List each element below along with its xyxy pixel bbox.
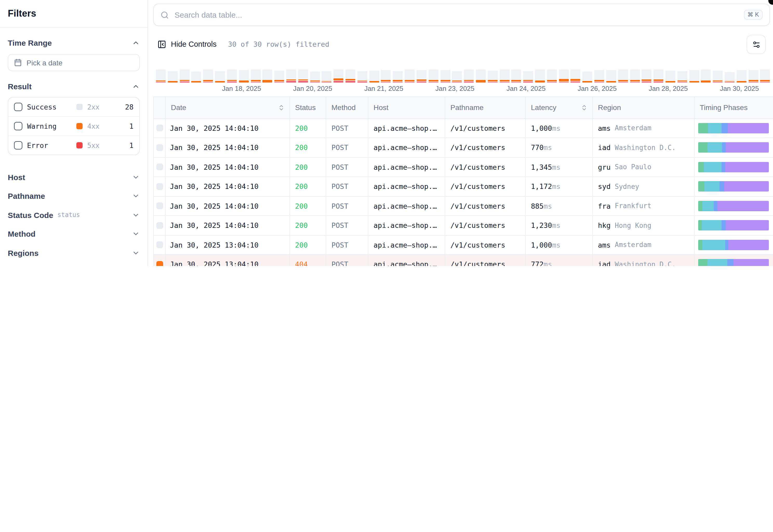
cell-pathname: /v1/customers <box>445 235 526 254</box>
histogram-bar <box>594 70 604 83</box>
table-row[interactable]: Jan 30, 2025 14:04:10 200 POST api.acme–… <box>154 177 773 196</box>
result-header[interactable]: Result <box>8 82 140 91</box>
section-field-id: status <box>57 212 80 219</box>
search-icon <box>160 11 169 19</box>
histogram-bar <box>725 70 735 83</box>
timing-phases-bar <box>698 181 769 192</box>
histogram-bar <box>357 70 367 83</box>
sidebar-title: Filters <box>8 8 140 19</box>
histogram-bar <box>760 70 770 83</box>
date-picker[interactable]: Pick a date <box>8 54 140 71</box>
checkbox[interactable] <box>14 103 22 111</box>
result-item-warning[interactable]: Warning 4xx 1 <box>8 116 139 135</box>
column-header-latency[interactable]: Latency <box>526 97 593 118</box>
histogram-bar <box>263 70 273 83</box>
histogram-bar <box>701 70 711 83</box>
sidebar-sections: Host Pathname Status Code status Method … <box>8 168 140 266</box>
table-row[interactable]: Jan 30, 2025 14:04:10 200 POST api.acme–… <box>154 216 773 235</box>
view-settings-button[interactable] <box>747 35 766 54</box>
timing-phases-bar <box>698 162 769 172</box>
histogram-bar <box>737 70 747 83</box>
result-item-success[interactable]: Success 2xx 28 <box>8 98 139 116</box>
cell-status: 200 <box>290 119 326 138</box>
sidebar-section-latency[interactable]: Latency <box>8 262 140 266</box>
histogram-bar <box>393 70 403 83</box>
cell-indicator <box>154 196 166 215</box>
table-row[interactable]: Jan 30, 2025 14:04:10 200 POST api.acme–… <box>154 138 773 158</box>
sidebar-section-status-code[interactable]: Status Code status <box>8 206 140 224</box>
cell-timing-phases <box>695 138 773 157</box>
histogram-labels: Jan 18, 2025Jan 20, 2025Jan 21, 2025Jan … <box>156 85 770 93</box>
cell-date: Jan 30, 2025 13:04:10 <box>166 255 290 266</box>
app: Filters Time Range Pick a date Result Su… <box>0 0 773 266</box>
cell-region: hkgHong Kong <box>593 216 695 235</box>
cell-region: fraFrankfurt <box>593 196 695 215</box>
timing-phases-bar <box>698 259 769 266</box>
cell-indicator <box>154 158 166 176</box>
calendar-icon <box>14 59 22 66</box>
sort-icon[interactable] <box>278 104 285 111</box>
histogram-bar <box>642 70 652 83</box>
histogram-bar <box>251 70 261 83</box>
cell-region: amsAmsterdam <box>593 119 695 138</box>
table-row[interactable]: Jan 30, 2025 14:04:10 200 POST api.acme–… <box>154 158 773 177</box>
cell-status: 404 <box>290 255 326 266</box>
cell-indicator <box>154 119 166 138</box>
sidebar-section-method[interactable]: Method <box>8 224 140 243</box>
histogram-bar <box>499 70 509 83</box>
chevron-down-icon <box>132 230 140 238</box>
histogram-bar <box>334 70 343 83</box>
column-header-date[interactable]: Date <box>166 97 290 118</box>
time-range-label: Time Range <box>8 38 52 47</box>
result-item-error[interactable]: Error 5xx 1 <box>8 135 139 155</box>
cell-latency: 770ms <box>526 138 593 157</box>
histogram-bar <box>168 70 178 83</box>
histogram-bar <box>204 70 213 83</box>
filtered-rows-status: 30 of 30 row(s) filtered <box>228 40 329 48</box>
column-header-status: Status <box>290 97 326 118</box>
hide-controls-button[interactable]: Hide Controls <box>153 37 221 52</box>
result-count: 1 <box>129 122 133 130</box>
cell-method: POST <box>326 235 368 254</box>
cell-timing-phases <box>695 216 773 235</box>
table-row[interactable]: Jan 30, 2025 14:04:10 200 POST api.acme–… <box>154 196 773 216</box>
histogram-bar <box>310 70 320 83</box>
cell-pathname: /v1/customers <box>445 138 526 157</box>
checkbox[interactable] <box>14 122 22 130</box>
cell-host: api.acme–shop.… <box>368 119 445 138</box>
search-input[interactable] <box>173 10 744 20</box>
result-item-label: Error <box>27 141 72 149</box>
cell-date: Jan 30, 2025 14:04:10 <box>166 138 290 157</box>
cell-host: api.acme–shop.… <box>368 255 445 266</box>
table-row[interactable]: Jan 30, 2025 14:04:10 200 POST api.acme–… <box>154 119 773 138</box>
search-shortcut-kbd: ⌘ K <box>744 10 763 20</box>
histogram-bar <box>571 70 581 83</box>
cell-status: 200 <box>290 196 326 215</box>
sidebar-section-regions[interactable]: Regions <box>8 243 140 262</box>
section-label: Regions <box>8 249 38 257</box>
table-row[interactable]: Jan 30, 2025 13:04:10 200 POST api.acme–… <box>154 235 773 255</box>
cell-region: gruSao Paulo <box>593 158 695 176</box>
cell-timing-phases <box>695 177 773 196</box>
data-table: Date Status Method Host Pathname Latency… <box>153 97 773 266</box>
column-header-region: Region <box>593 97 695 118</box>
cell-status: 200 <box>290 216 326 235</box>
time-range-header[interactable]: Time Range <box>8 38 140 47</box>
histogram-bar <box>677 70 687 83</box>
histogram-bar <box>156 70 166 83</box>
sidebar-section-pathname[interactable]: Pathname <box>8 187 140 206</box>
sidebar-section-host[interactable]: Host <box>8 168 140 187</box>
checkbox[interactable] <box>14 141 22 149</box>
histogram-bar <box>428 70 438 83</box>
histogram-bar <box>274 70 284 83</box>
cell-host: api.acme–shop.… <box>368 158 445 176</box>
cell-method: POST <box>326 138 368 157</box>
requests-histogram <box>156 70 770 83</box>
table-row[interactable]: Jan 30, 2025 13:04:10 404 POST api.acme–… <box>154 255 773 266</box>
section-label: Pathname <box>8 192 45 201</box>
histogram-date-label: Jan 26, 2025 <box>578 85 617 92</box>
sort-icon[interactable] <box>581 104 588 111</box>
cell-latency: 1,345ms <box>526 158 593 176</box>
result-item-label: Success <box>27 103 72 111</box>
search-bar: ⌘ K <box>153 4 770 26</box>
